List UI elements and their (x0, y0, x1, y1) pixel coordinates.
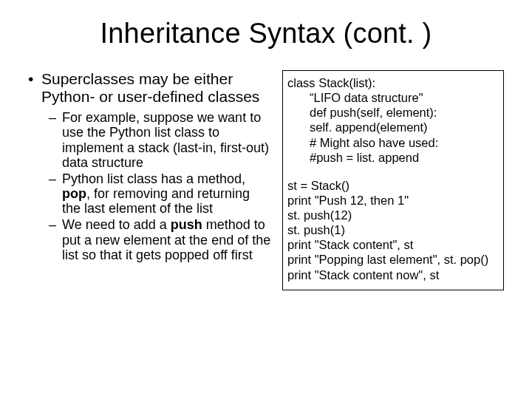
code-line: #push = list. append (287, 150, 497, 165)
code-line: st. push(12) (287, 208, 497, 222)
right-column: class Stack(list): “LIFO data structure"… (282, 70, 504, 290)
dash-icon: – (49, 217, 62, 262)
slide: Inheritance Syntax (cont. ) • Superclass… (0, 0, 532, 399)
columns: • Superclasses may be either Python- or … (28, 70, 504, 290)
code-line: # Might also have used: (287, 135, 497, 150)
code-line: def push(self, element): (287, 105, 497, 120)
dash-icon: – (49, 171, 62, 216)
bullet-main-text: Superclasses may be either Python- or us… (41, 70, 272, 106)
sub-bullet-2-text: Python list class has a method, pop, for… (62, 171, 272, 216)
bullet-dot-icon: • (28, 70, 41, 106)
slide-title: Inheritance Syntax (cont. ) (28, 18, 504, 50)
code-line: print "Stack content now", st (287, 267, 497, 282)
code-line: class Stack(list): (287, 75, 497, 90)
sub-bullet-3: – We need to add a push method to put a … (49, 217, 272, 262)
code-line: print "Popping last element", st. pop() (287, 252, 497, 267)
dash-icon: – (49, 110, 62, 170)
sub-bullet-3-text: We need to add a push method to put a ne… (62, 217, 272, 262)
code-blank-line (287, 165, 497, 178)
code-line: self. append(element) (287, 120, 497, 134)
code-box: class Stack(list): “LIFO data structure"… (282, 70, 504, 290)
sub-bullet-2: – Python list class has a method, pop, f… (49, 171, 272, 216)
sub-bullet-1: – For example, suppose we want to use th… (49, 110, 272, 170)
sub-bullet-1-text: For example, suppose we want to use the … (62, 110, 272, 170)
left-column: • Superclasses may be either Python- or … (28, 70, 272, 290)
code-line: “LIFO data structure" (287, 90, 497, 105)
sub-bullet-list: – For example, suppose we want to use th… (49, 110, 272, 262)
code-line: st. push(1) (287, 222, 497, 237)
code-line: st = Stack() (287, 178, 497, 193)
bullet-main: • Superclasses may be either Python- or … (28, 70, 272, 106)
code-line: print "Push 12, then 1" (287, 193, 497, 208)
code-line: print "Stack content", st (287, 237, 497, 252)
